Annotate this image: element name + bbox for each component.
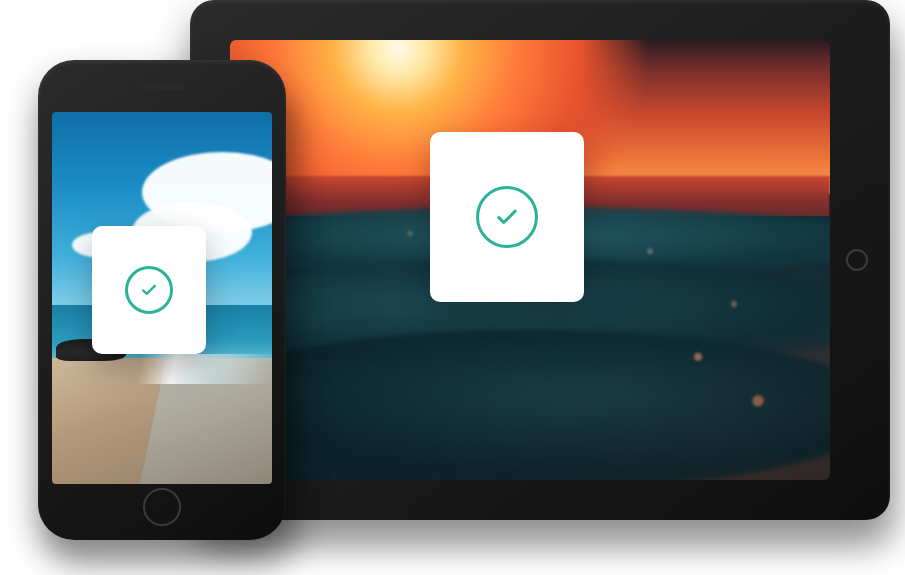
phone-home-button[interactable]	[143, 488, 181, 526]
check-circle-icon	[125, 266, 173, 314]
tablet-success-card	[430, 132, 584, 302]
phone-success-card	[92, 226, 206, 354]
phone-camera-dot	[120, 84, 126, 90]
tablet-home-button[interactable]	[846, 249, 868, 271]
phone-speaker	[140, 84, 184, 90]
device-mockup-composition	[0, 0, 905, 575]
check-circle-icon	[476, 186, 538, 248]
